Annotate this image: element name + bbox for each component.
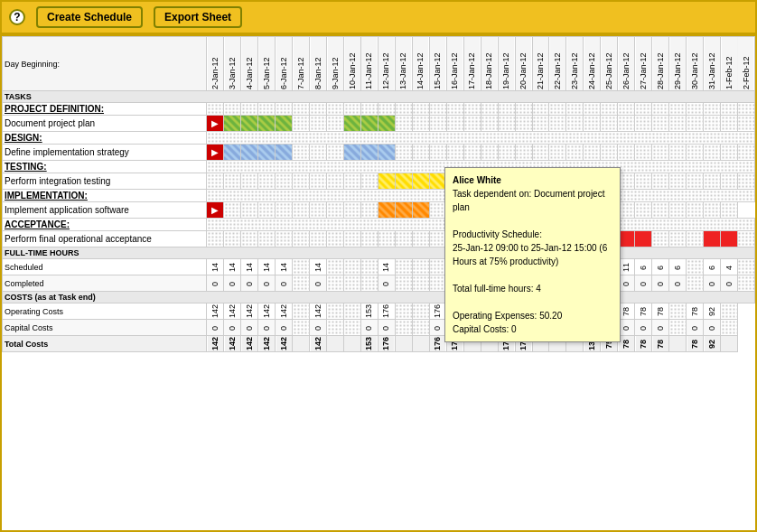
gantt-cell [721, 173, 738, 190]
gantt-cell [412, 231, 429, 247]
task-category-testing: TESTING: [3, 161, 207, 173]
task-category-design: DESIGN: [3, 132, 207, 145]
gantt-cell [429, 116, 446, 132]
costs-label: COSTS (as at Task end) [3, 292, 755, 303]
gantt-cell [378, 231, 395, 247]
gantt-cell [344, 173, 361, 190]
gantt-table: Day Beginning: 2-Jan-12 3-Jan-12 4-Jan-1… [2, 36, 755, 352]
gantt-cell [669, 231, 687, 247]
gantt-cell [481, 116, 498, 132]
date-col-11: 12-Jan-12 [378, 37, 395, 91]
operating-costs-label: Operating Costs [3, 303, 207, 320]
tooltip-operating-expenses: Operating Expenses: 50.20 [453, 309, 612, 322]
sched-val-12 [395, 259, 412, 275]
capital-costs-row: Capital Costs 0 0 0 0 0 0 0 0 0 0 [3, 320, 755, 336]
gantt-cell [207, 173, 224, 190]
gantt-cell [463, 103, 481, 116]
sched-val-1: 14 [207, 259, 224, 275]
gantt-cell [344, 231, 361, 247]
gantt-cell [344, 202, 361, 219]
comp-val-31: 0 [721, 275, 738, 292]
date-col-17: 18-Jan-12 [481, 37, 498, 91]
sched-val-8 [327, 259, 344, 275]
date-col-8: 9-Jan-12 [327, 37, 344, 91]
comp-val-10 [360, 275, 378, 292]
create-schedule-button[interactable]: Create Schedule [36, 6, 143, 28]
gantt-cell [258, 231, 276, 247]
gantt-cell [412, 116, 429, 132]
gantt-cell [721, 145, 738, 161]
gantt-cell [310, 116, 327, 132]
gantt-cell [360, 173, 378, 190]
tooltip-capital-costs: Capital Costs: 0 [453, 322, 612, 336]
completed-row: Completed 0 0 0 0 0 0 0 0 [3, 275, 755, 292]
gantt-cell [412, 103, 429, 116]
gantt-cell [652, 116, 669, 132]
comp-val-5: 0 [276, 275, 293, 292]
gantt-cell [481, 103, 498, 116]
task-row-impl-category: IMPLEMENTATION: [3, 190, 755, 202]
tooltip-dependency: Task dependent on: Document project plan [453, 187, 612, 214]
gantt-cell [549, 145, 566, 161]
gantt-cell [258, 173, 276, 190]
capital-costs-label: Capital Costs [3, 320, 207, 336]
task-row-project-def-category: PROJECT DEFINITION: [3, 103, 755, 116]
date-col-7: 8-Jan-12 [310, 37, 327, 91]
gantt-bar-impl-3 [412, 202, 429, 219]
sched-val-27: 6 [652, 259, 669, 275]
gantt-cell [532, 103, 549, 116]
gantt-cell [652, 202, 669, 219]
date-col-24: 25-Jan-12 [601, 37, 618, 91]
gantt-cell [687, 202, 704, 219]
gantt-cell [737, 116, 754, 132]
task-row-doc-project-plan: Document project plan ▶ [3, 116, 755, 132]
gantt-cell [360, 103, 378, 116]
task-name-define-impl: Define implementation strategy [3, 145, 207, 161]
gantt-bar-proj-3 [258, 116, 276, 132]
task-tooltip: Alice White Task dependent on: Document … [444, 167, 621, 342]
scheduled-row: Scheduled 14 14 14 14 14 14 14 14 [3, 259, 755, 275]
gantt-cell [601, 145, 618, 161]
gantt-cell [566, 145, 584, 161]
gantt-cell [515, 103, 532, 116]
date-col-19: 20-Jan-12 [515, 37, 532, 91]
task-name-doc-project: Document project plan [3, 116, 207, 132]
task-category-project-def: PROJECT DEFINITION: [3, 103, 207, 116]
help-icon[interactable]: ? [9, 9, 25, 25]
gantt-cell [360, 231, 378, 247]
date-col-20: 21-Jan-12 [532, 37, 549, 91]
date-col-32: 2-Feb-12 [737, 37, 754, 91]
date-col-16: 17-Jan-12 [463, 37, 481, 91]
gantt-bar-testing-1 [378, 173, 395, 190]
gantt-cell [241, 173, 258, 190]
date-col-14: 15-Jan-12 [429, 37, 446, 91]
date-col-21: 22-Jan-12 [549, 37, 566, 91]
comp-val-12 [395, 275, 412, 292]
sched-val-29 [687, 259, 704, 275]
date-col-23: 24-Jan-12 [584, 37, 601, 91]
gantt-bar-impl-2 [395, 202, 412, 219]
gantt-cell [429, 103, 446, 116]
gantt-cell [276, 231, 293, 247]
tooltip-productivity-label: Productivity Schedule: [453, 228, 612, 241]
gantt-cell [687, 173, 704, 190]
sched-val-13 [412, 259, 429, 275]
gantt-cell [395, 103, 412, 116]
task-name-acceptance: Perform final operational acceptance [3, 231, 207, 247]
export-sheet-button[interactable]: Export Sheet [154, 6, 242, 28]
gantt-cell [687, 103, 704, 116]
gantt-cell [669, 103, 687, 116]
sched-val-2: 14 [224, 259, 241, 275]
gantt-bar-accept-2 [635, 231, 652, 247]
date-col-6: 7-Jan-12 [293, 37, 310, 91]
date-col-13: 14-Jan-12 [412, 37, 429, 91]
tasks-label: TASKS [3, 91, 755, 103]
gantt-cell [687, 145, 704, 161]
gantt-cell [669, 173, 687, 190]
gantt-cell [224, 231, 241, 247]
date-col-15: 16-Jan-12 [446, 37, 463, 91]
gantt-bar-design-2 [241, 145, 258, 161]
gantt-cell [669, 116, 687, 132]
gantt-cell [310, 103, 327, 116]
operating-costs-row: Operating Costs 142 142 142 142 142 142 … [3, 303, 755, 320]
